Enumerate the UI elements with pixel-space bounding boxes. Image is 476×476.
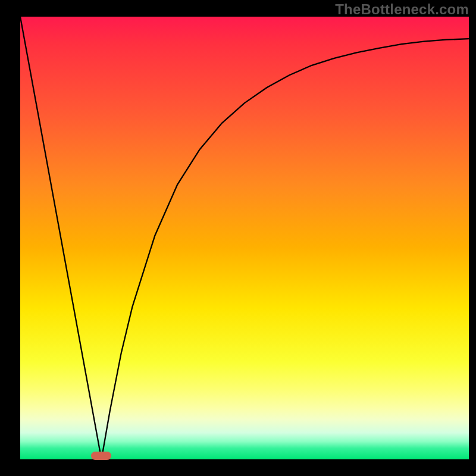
plot-area bbox=[20, 17, 469, 459]
bottleneck-curve bbox=[20, 17, 469, 459]
watermark-label: TheBottleneck.com bbox=[335, 1, 469, 18]
chart-frame: TheBottleneck.com bbox=[0, 0, 476, 476]
optimum-marker bbox=[91, 452, 111, 460]
